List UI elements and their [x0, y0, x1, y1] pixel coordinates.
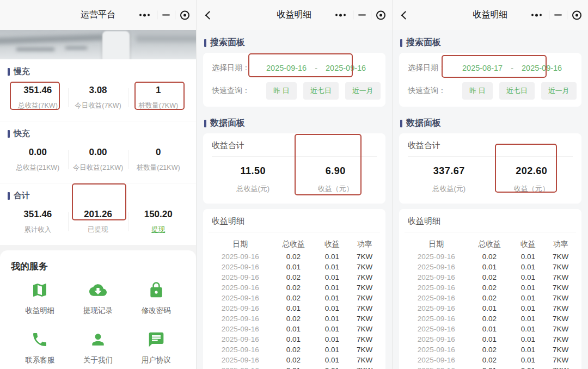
section-title: 慢充 — [14, 66, 30, 77]
cell-income: 0.01 — [511, 284, 545, 292]
cell-income: 0.01 — [315, 304, 349, 312]
cell-income: 0.01 — [511, 325, 545, 333]
cell-power: 7KW — [545, 273, 576, 281]
cell-date: 2025-09-16 — [209, 253, 272, 261]
service-item-contact-support[interactable]: 联系客服 — [11, 331, 69, 365]
close-icon[interactable] — [376, 10, 385, 20]
table-row: 2025-09-16 0.01 0.01 7KW — [209, 334, 380, 345]
search-panel-header: 搜索面板 — [204, 37, 384, 48]
capsule-divider — [549, 11, 549, 20]
close-icon[interactable] — [180, 10, 189, 20]
cell-total-income: 0.02 — [468, 253, 511, 261]
charger-pillar — [102, 31, 130, 59]
service-label: 收益明细 — [25, 306, 54, 316]
section-marker — [204, 120, 206, 127]
close-icon[interactable] — [572, 10, 581, 20]
divider — [212, 156, 377, 157]
section-title: 数据面板 — [406, 118, 441, 129]
section-slow-charge: 慢充 351.46 总收益(7KW) 3.08 今日收益(7KW) 1 桩数量(… — [0, 59, 196, 121]
withdraw-link[interactable]: 提现 — [128, 225, 188, 235]
cell-power: 7KW — [349, 366, 380, 369]
section-marker — [8, 130, 10, 138]
section-title: 快充 — [14, 128, 30, 139]
stat-value: 0.00 — [8, 147, 68, 158]
chat-icon — [148, 331, 165, 348]
data-panel-header: 数据面板 — [204, 118, 384, 129]
cell-date: 2025-09-16 — [405, 356, 468, 364]
cell-power: 7KW — [545, 253, 576, 261]
quick-last7days-button[interactable]: 近七日 — [499, 82, 535, 100]
service-label: 联系客服 — [25, 355, 54, 365]
date-end[interactable]: 2025-09-16 — [326, 64, 366, 72]
date-start[interactable]: 2025-09-16 — [266, 64, 307, 72]
my-services-card: 我的服务 收益明细 提现记录 修改密码 联系客服 — [0, 250, 196, 369]
table-row: 2025-09-16 0.02 0.01 7KW — [209, 282, 380, 293]
section-marker — [400, 39, 402, 47]
cell-total-income: 0.02 — [272, 356, 315, 364]
cell-income: 0.01 — [315, 366, 349, 369]
section-title: 搜索面板 — [210, 37, 245, 48]
minimize-icon[interactable] — [162, 15, 170, 16]
cell-total-income: 0.02 — [272, 273, 315, 281]
cell-date: 2025-09-16 — [405, 253, 468, 261]
stat-today-income-7kw: 3.08 今日收益(7KW) — [68, 85, 128, 110]
service-item-income-detail[interactable]: 收益明细 — [11, 281, 69, 316]
summary-label: 总收益(元) — [212, 184, 295, 194]
divider — [209, 232, 380, 232]
section-marker — [204, 39, 206, 47]
cell-total-income: 0.02 — [468, 346, 511, 354]
table-header: 日期 总收益 收益 功率 — [209, 237, 380, 251]
cell-date: 2025-09-16 — [209, 294, 272, 302]
back-icon[interactable] — [401, 11, 410, 20]
search-panel-header: 搜索面板 — [400, 37, 580, 48]
cell-income: 0.01 — [511, 273, 545, 281]
service-item-user-agreement[interactable]: 用户协议 — [127, 331, 185, 365]
date-range-picker[interactable]: 2025-08-17 - 2025-09-16 — [456, 64, 562, 72]
table-row: 2025-09-16 0.02 0.01 7KW — [209, 272, 380, 282]
summary-income: 6.90 收益（元） — [295, 165, 377, 194]
cloud-download-icon — [89, 281, 107, 299]
summary-value: 6.90 — [295, 165, 377, 177]
section-marker — [8, 192, 10, 200]
cell-power: 7KW — [349, 253, 380, 261]
section-header: 快充 — [8, 121, 188, 139]
income-summary-card: 收益合计 11.50 总收益(元) 6.90 收益（元） — [203, 133, 385, 204]
stat-label: 累计收入 — [8, 225, 68, 235]
cell-date: 2025-09-16 — [209, 325, 272, 333]
cell-total-income: 0.01 — [468, 325, 511, 333]
service-item-change-password[interactable]: 修改密码 — [127, 281, 185, 316]
stat-total-income-7kw: 351.46 总收益(7KW) — [8, 85, 68, 110]
minimize-icon[interactable] — [358, 15, 366, 16]
cell-power: 7KW — [349, 356, 380, 364]
cell-date: 2025-09-16 — [209, 263, 272, 271]
date-end[interactable]: 2025-09-16 — [522, 64, 562, 72]
quick-last7days-button[interactable]: 近七日 — [303, 82, 339, 100]
service-item-withdraw-records[interactable]: 提现记录 — [69, 281, 127, 316]
cell-income: 0.01 — [511, 366, 545, 369]
stat-pile-count-21kw: 0 桩数量(21KW) — [128, 147, 188, 173]
cell-power: 7KW — [349, 315, 380, 323]
more-icon[interactable] — [137, 11, 152, 19]
quick-last30days-button[interactable]: 近一月 — [345, 82, 381, 100]
col-total-income: 总收益 — [468, 239, 511, 249]
quick-last30days-button[interactable]: 近一月 — [541, 82, 577, 100]
back-icon[interactable] — [205, 11, 214, 20]
quick-yesterday-button[interactable]: 昨 日 — [266, 82, 297, 100]
date-start[interactable]: 2025-08-17 — [462, 64, 503, 72]
service-item-about-us[interactable]: 关于我们 — [69, 331, 127, 365]
cell-date: 2025-09-16 — [209, 273, 272, 281]
cell-total-income: 0.02 — [468, 315, 511, 323]
more-icon[interactable] — [529, 11, 544, 19]
cell-income: 0.01 — [511, 346, 545, 354]
col-power: 功率 — [349, 239, 380, 249]
cell-power: 7KW — [545, 325, 576, 333]
more-icon[interactable] — [333, 11, 348, 19]
minimize-icon[interactable] — [554, 15, 562, 16]
stat-label: 总收益(21KW) — [8, 163, 68, 173]
quick-yesterday-button[interactable]: 昨 日 — [462, 82, 493, 100]
date-range-picker[interactable]: 2025-09-16 - 2025-09-16 — [260, 64, 366, 72]
divider — [408, 156, 573, 157]
cell-income: 0.01 — [511, 304, 545, 312]
table-row: 2025-09-16 0.01 0.01 7KW — [405, 324, 576, 334]
cell-power: 7KW — [545, 263, 576, 271]
